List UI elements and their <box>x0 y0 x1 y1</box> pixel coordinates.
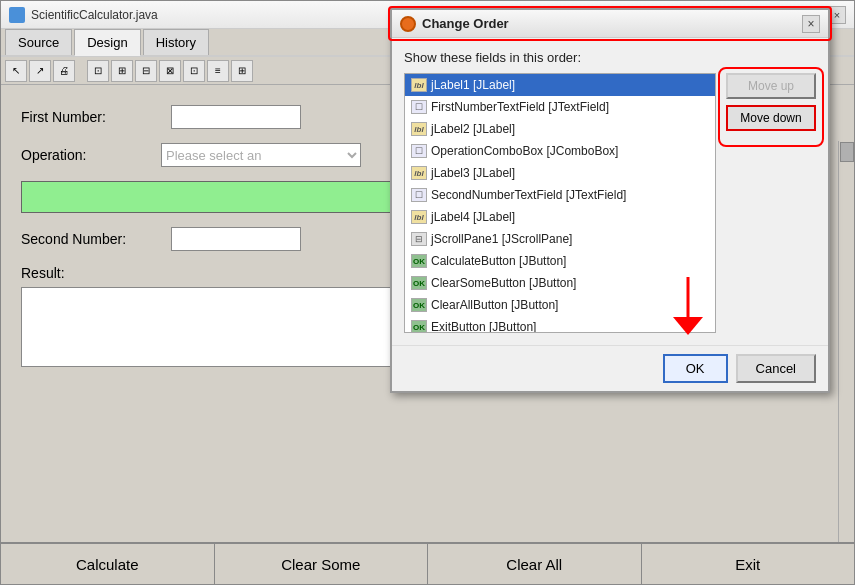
list-item[interactable]: lbljLabel1 [JLabel] <box>405 74 715 96</box>
list-item-icon: lbl <box>411 166 427 180</box>
side-buttons: Move up Move down <box>726 73 816 333</box>
red-arrow-icon <box>663 277 713 337</box>
dialog-footer: OK Cancel <box>392 345 828 391</box>
list-item[interactable]: ⊟jScrollPane1 [JScrollPane] <box>405 228 715 250</box>
list-item-icon: OK <box>411 254 427 268</box>
list-item-icon: OK <box>411 320 427 333</box>
dialog-instruction: Show these fields in this order: <box>404 50 816 65</box>
move-down-button[interactable]: Move down <box>726 105 816 131</box>
change-order-dialog: Change Order × Show these fields in this… <box>390 8 830 393</box>
ok-button[interactable]: OK <box>663 354 728 383</box>
list-item-icon: ☐ <box>411 100 427 114</box>
list-item-text: OperationComboBox [JComboBox] <box>431 144 618 158</box>
list-item-text: jLabel4 [JLabel] <box>431 210 515 224</box>
svg-marker-1 <box>673 317 703 335</box>
list-item[interactable]: ☐FirstNumberTextField [JTextField] <box>405 96 715 118</box>
list-item-icon: lbl <box>411 78 427 92</box>
list-item[interactable]: OKCalculateButton [JButton] <box>405 250 715 272</box>
list-item-icon: OK <box>411 298 427 312</box>
dialog-overlay: Change Order × Show these fields in this… <box>0 0 855 585</box>
list-item-text: jLabel2 [JLabel] <box>431 122 515 136</box>
list-item-text: ClearAllButton [JButton] <box>431 298 558 312</box>
list-item-icon: lbl <box>411 210 427 224</box>
list-item-icon: ☐ <box>411 188 427 202</box>
list-item-text: ClearSomeButton [JButton] <box>431 276 576 290</box>
list-item[interactable]: lbljLabel4 [JLabel] <box>405 206 715 228</box>
move-up-button[interactable]: Move up <box>726 73 816 99</box>
list-item-text: FirstNumberTextField [JTextField] <box>431 100 609 114</box>
dialog-icon <box>400 16 416 32</box>
cancel-button[interactable]: Cancel <box>736 354 816 383</box>
list-item[interactable]: lbljLabel2 [JLabel] <box>405 118 715 140</box>
list-item-text: ExitButton [JButton] <box>431 320 536 333</box>
list-item[interactable]: ☐SecondNumberTextField [JTextField] <box>405 184 715 206</box>
list-item-icon: ⊟ <box>411 232 427 246</box>
list-item[interactable]: ☐OperationComboBox [JComboBox] <box>405 140 715 162</box>
list-item-text: CalculateButton [JButton] <box>431 254 566 268</box>
dialog-close-button[interactable]: × <box>802 15 820 33</box>
dialog-title: Change Order <box>422 16 796 31</box>
list-item-text: jLabel3 [JLabel] <box>431 166 515 180</box>
list-item-icon: lbl <box>411 122 427 136</box>
list-item[interactable]: lbljLabel3 [JLabel] <box>405 162 715 184</box>
list-item-icon: OK <box>411 276 427 290</box>
dialog-body: Show these fields in this order: lbljLab… <box>392 38 828 345</box>
dialog-main: lbljLabel1 [JLabel]☐FirstNumberTextField… <box>404 73 816 333</box>
list-item-text: SecondNumberTextField [JTextField] <box>431 188 626 202</box>
list-item-text: jScrollPane1 [JScrollPane] <box>431 232 572 246</box>
dialog-title-bar: Change Order × <box>392 10 828 38</box>
list-item-icon: ☐ <box>411 144 427 158</box>
list-item-text: jLabel1 [JLabel] <box>431 78 515 92</box>
